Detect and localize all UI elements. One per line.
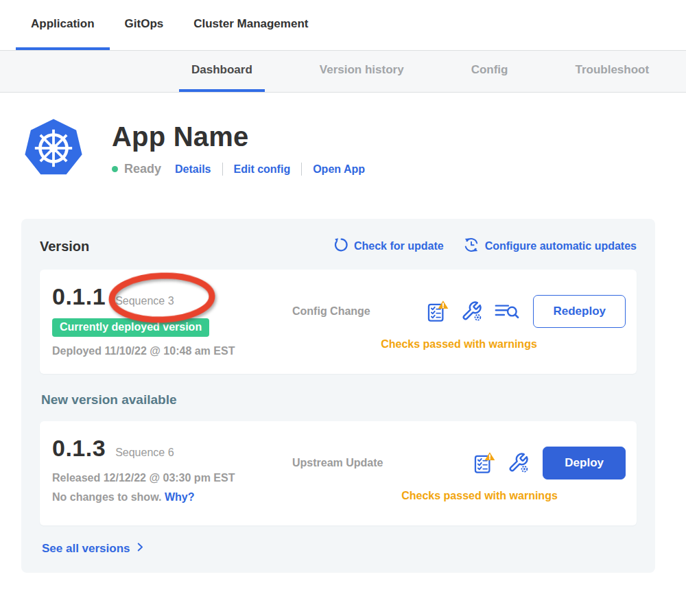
preflight-status-text: Checks passed with warnings <box>292 338 626 351</box>
open-app-link[interactable]: Open App <box>313 163 365 176</box>
refresh-icon <box>333 237 348 255</box>
no-changes-label: No changes to show. <box>52 491 161 503</box>
configure-automatic-updates-label: Configure automatic updates <box>485 240 637 252</box>
deployed-timestamp: Deployed 11/10/22 @ 10:48 am EST <box>52 345 292 357</box>
why-link[interactable]: Why? <box>165 491 195 503</box>
app-subnav: Dashboard Version history Config Trouble… <box>0 50 686 93</box>
schedule-update-icon <box>463 237 480 256</box>
new-version-number: 0.1.3 <box>52 435 106 462</box>
subtab-version-history[interactable]: Version history <box>307 51 416 92</box>
subtab-config[interactable]: Config <box>459 51 521 92</box>
version-section: Version Check for update <box>21 219 655 573</box>
current-version-number: 0.1.1 <box>52 283 106 310</box>
new-version-heading: New version available <box>41 392 637 407</box>
check-for-update-link[interactable]: Check for update <box>333 237 444 255</box>
tab-cluster-management[interactable]: Cluster Management <box>178 0 323 50</box>
see-all-versions-link[interactable]: See all versions <box>42 541 145 556</box>
version-source-label: Config Change <box>292 305 370 318</box>
details-link[interactable]: Details <box>175 163 211 176</box>
tab-application[interactable]: Application <box>16 0 110 50</box>
new-version-sequence: Sequence 6 <box>115 447 174 459</box>
subtab-troubleshoot[interactable]: Troubleshoot <box>563 51 661 92</box>
deploy-button[interactable]: Deploy <box>543 447 626 479</box>
check-for-update-label: Check for update <box>354 240 444 252</box>
no-changes-text: No changes to show. Why? <box>52 491 292 504</box>
configure-automatic-updates-link[interactable]: Configure automatic updates <box>463 237 637 256</box>
config-wrench-icon[interactable] <box>508 452 529 473</box>
page-title: App Name <box>112 121 365 152</box>
tab-gitops[interactable]: GitOps <box>110 0 179 50</box>
divider <box>301 163 302 176</box>
released-timestamp: Released 12/12/22 @ 03:30 pm EST <box>52 472 292 484</box>
status-dot-icon <box>112 166 118 172</box>
version-section-title: Version <box>40 239 89 254</box>
app-status: Ready <box>112 162 161 176</box>
top-navigation: Application GitOps Cluster Management <box>0 0 686 50</box>
edit-config-link[interactable]: Edit config <box>234 163 291 176</box>
view-diff-icon[interactable] <box>494 301 519 321</box>
preflight-checks-icon[interactable] <box>473 451 496 475</box>
new-version-card: 0.1.3 Sequence 6 Released 12/12/22 @ 03:… <box>40 421 637 525</box>
preflight-status-text: Checks passed with warnings <box>333 490 626 502</box>
redeploy-button[interactable]: Redeploy <box>533 295 626 328</box>
see-all-versions-label: See all versions <box>42 542 130 556</box>
version-source-label: Upstream Update <box>292 457 383 469</box>
chevron-right-icon <box>135 541 145 556</box>
app-header: App Name Ready Details Edit config Open … <box>23 117 686 179</box>
preflight-checks-icon[interactable] <box>426 300 449 323</box>
config-wrench-icon[interactable] <box>461 300 482 322</box>
divider <box>222 163 223 176</box>
subtab-dashboard[interactable]: Dashboard <box>179 51 265 92</box>
current-version-sequence: Sequence 3 <box>115 295 174 307</box>
current-version-card: 0.1.1 Sequence 3 Currently deployed vers… <box>40 270 637 374</box>
status-text: Ready <box>124 162 161 176</box>
currently-deployed-badge: Currently deployed version <box>52 318 209 337</box>
kubernetes-logo-icon <box>23 117 84 179</box>
app-status-row: Ready Details Edit config Open App <box>112 162 365 176</box>
admin-console-page: Application GitOps Cluster Management Da… <box>0 0 686 616</box>
